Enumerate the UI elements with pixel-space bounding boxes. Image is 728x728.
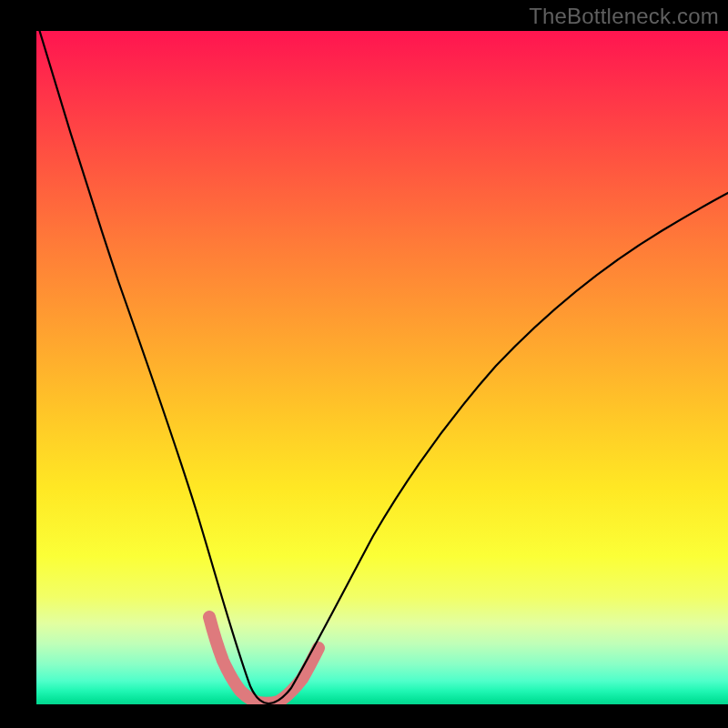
watermark-text: TheBottleneck.com bbox=[529, 4, 719, 29]
chart-frame: TheBottleneck.com bbox=[0, 0, 728, 728]
curve-highlight bbox=[209, 617, 318, 703]
bottleneck-curve bbox=[36, 31, 728, 703]
curve-svg bbox=[36, 31, 728, 704]
plot-area bbox=[36, 31, 728, 704]
